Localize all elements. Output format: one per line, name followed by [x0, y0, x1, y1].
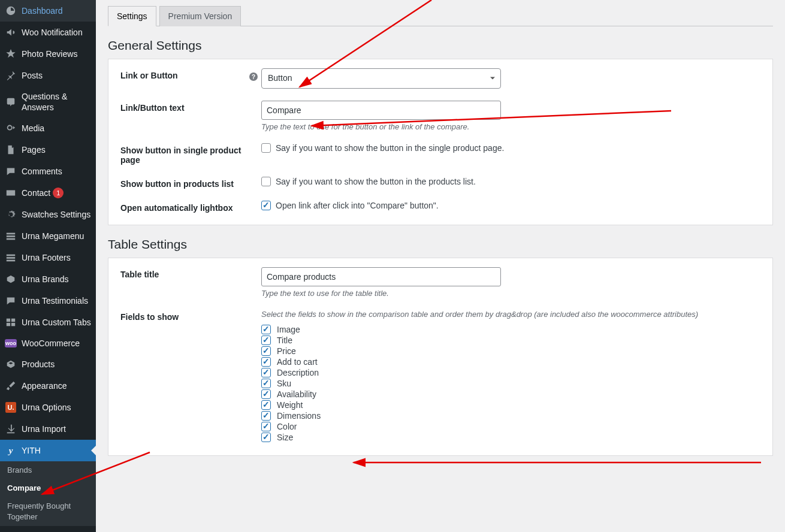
sidebar-label: Media	[22, 123, 44, 134]
u-icon: U.	[5, 401, 17, 413]
fields-to-show-desc: Select the fields to show in the compari…	[261, 310, 760, 319]
sidebar-item-woo-notification[interactable]: Woo Notification	[0, 22, 96, 43]
sidebar-item-comments[interactable]: Comments	[0, 161, 96, 182]
field-item[interactable]: Add to cart	[261, 357, 760, 367]
show-list-desc: Say if you want to show the button in th…	[276, 177, 476, 186]
tab-settings[interactable]: Settings	[108, 6, 156, 26]
field-item[interactable]: Image	[261, 325, 760, 334]
woo-icon: woo	[5, 339, 17, 347]
submenu-item-fbt[interactable]: Frequently Bought Together	[0, 497, 96, 526]
field-checkbox[interactable]	[261, 346, 271, 356]
grid-icon	[5, 252, 17, 264]
sidebar-item-urna-import[interactable]: Urna Import	[0, 418, 96, 440]
field-checkbox[interactable]	[261, 325, 271, 334]
link-button-text-input[interactable]	[261, 101, 501, 120]
fields-to-show-label: Fields to show	[120, 310, 249, 322]
sidebar-item-footers[interactable]: Urna Footers	[0, 247, 96, 268]
field-checkbox[interactable]	[261, 368, 271, 377]
sidebar-item-custom-tabs[interactable]: Urna Custom Tabs	[0, 312, 96, 333]
sidebar-label: Urna Options	[22, 402, 71, 413]
field-item[interactable]: Sku	[261, 379, 760, 388]
show-list-checkbox[interactable]	[261, 177, 271, 186]
open-lightbox-checkbox[interactable]	[261, 201, 271, 210]
megaphone-icon	[5, 26, 17, 38]
sidebar-item-swatches[interactable]: Swatches Settings	[0, 204, 96, 225]
qa-icon	[5, 96, 17, 108]
sidebar-item-photo-reviews[interactable]: Photo Reviews	[0, 43, 96, 65]
testimonial-icon	[5, 295, 17, 307]
sidebar-item-pages[interactable]: Pages	[0, 139, 96, 161]
sidebar-label: Appearance	[22, 380, 67, 391]
general-settings-heading: General Settings	[108, 38, 773, 53]
sidebar-item-products[interactable]: Products	[0, 353, 96, 375]
field-item[interactable]: Availability	[261, 389, 760, 399]
sidebar-label: WooCommerce	[22, 338, 80, 349]
field-item[interactable]: Color	[261, 422, 760, 431]
sidebar-item-qa[interactable]: Questions & Answers	[0, 86, 96, 117]
grid-icon	[5, 230, 17, 242]
general-settings-panel: Link or Button ? Button Link/Button text…	[108, 59, 773, 225]
sidebar-submenu: Brands Compare Frequently Bought Togethe…	[0, 461, 96, 526]
field-checkbox[interactable]	[261, 411, 271, 421]
field-checkbox[interactable]	[261, 400, 271, 410]
field-checkbox[interactable]	[261, 379, 271, 388]
notification-badge: 1	[53, 188, 64, 198]
show-single-checkbox[interactable]	[261, 143, 271, 153]
sidebar-item-dashboard[interactable]: Dashboard	[0, 0, 96, 22]
sidebar-item-brands[interactable]: Urna Brands	[0, 268, 96, 290]
sidebar-item-woocommerce[interactable]: woo WooCommerce	[0, 333, 96, 353]
link-or-button-select[interactable]: Button	[261, 68, 501, 89]
field-checkbox[interactable]	[261, 422, 271, 431]
sidebar-item-testimonials[interactable]: Urna Testimonials	[0, 290, 96, 312]
sidebar-label: Comments	[22, 166, 62, 177]
sidebar-label: Pages	[22, 144, 46, 155]
tabs: Settings Premium Version	[108, 6, 773, 26]
sidebar-label: Contact	[22, 188, 50, 198]
help-icon[interactable]: ?	[249, 72, 258, 81]
field-checkbox[interactable]	[261, 389, 271, 399]
sidebar-label: Photo Reviews	[22, 49, 77, 59]
comments-icon	[5, 165, 17, 177]
admin-sidebar: Dashboard Woo Notification Photo Reviews…	[0, 0, 96, 532]
field-checkbox[interactable]	[261, 433, 271, 442]
annotation-arrow-icon	[348, 457, 767, 468]
sidebar-label: Woo Notification	[22, 27, 83, 38]
sidebar-item-contact[interactable]: Contact 1	[0, 182, 96, 204]
svg-rect-1	[7, 235, 15, 237]
show-single-desc: Say if you want to show the button in th…	[276, 143, 504, 153]
tab-premium[interactable]: Premium Version	[159, 6, 241, 26]
brush-icon	[5, 380, 17, 392]
svg-rect-8	[7, 323, 10, 326]
sidebar-label: Urna Brands	[22, 274, 69, 285]
field-item[interactable]: Dimensions	[261, 411, 760, 421]
pin-icon	[5, 69, 17, 81]
svg-rect-4	[7, 257, 15, 259]
sidebar-item-urna-options[interactable]: U. Urna Options	[0, 397, 96, 418]
field-item[interactable]: Weight	[261, 400, 760, 410]
sidebar-item-megamenu[interactable]: Urna Megamenu	[0, 225, 96, 247]
show-list-label: Show button in products list	[120, 177, 249, 189]
sidebar-label: Products	[22, 359, 55, 370]
field-item[interactable]: Price	[261, 346, 760, 356]
field-item[interactable]: Description	[261, 368, 760, 377]
sidebar-label: Urna Testimonials	[22, 295, 88, 306]
table-title-input[interactable]	[261, 267, 501, 286]
sidebar-item-posts[interactable]: Posts	[0, 65, 96, 86]
dashboard-icon	[5, 5, 17, 17]
mail-icon	[5, 187, 17, 199]
sidebar-item-appearance[interactable]: Appearance	[0, 375, 96, 397]
brands-icon	[5, 273, 17, 285]
open-lightbox-desc: Open link after click into "Compare" but…	[276, 201, 439, 210]
sidebar-item-media[interactable]: Media	[0, 117, 96, 139]
field-item[interactable]: Title	[261, 335, 760, 345]
field-checkbox[interactable]	[261, 335, 271, 345]
field-checkbox[interactable]	[261, 357, 271, 367]
sidebar-label: YITH	[22, 445, 41, 456]
sidebar-item-yith[interactable]: y YITH	[0, 440, 96, 461]
sidebar-label: Urna Footers	[22, 252, 71, 263]
field-item[interactable]: Size	[261, 433, 760, 442]
svg-rect-3	[7, 255, 15, 256]
submenu-item-brands[interactable]: Brands	[0, 461, 96, 479]
link-button-text-label: Link/Button text	[120, 101, 249, 113]
submenu-item-compare[interactable]: Compare	[0, 479, 96, 497]
